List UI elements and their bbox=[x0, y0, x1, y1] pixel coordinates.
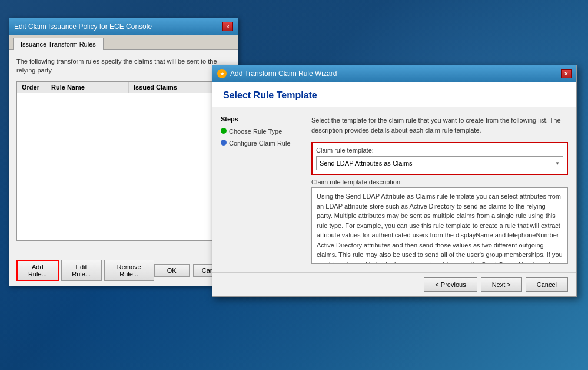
column-order: Order bbox=[17, 82, 46, 92]
step-choose-rule-type: Choose Rule Type bbox=[221, 127, 303, 136]
remove-rule-button[interactable]: Remove Rule... bbox=[104, 260, 154, 281]
dialog-content: The following transform rules specify th… bbox=[9, 50, 238, 255]
wizard-main-title: Select Rule Template bbox=[223, 90, 566, 101]
wizard-cancel-button[interactable]: Cancel bbox=[526, 278, 568, 292]
previous-button[interactable]: < Previous bbox=[424, 278, 477, 292]
wizard-close-button[interactable]: × bbox=[561, 69, 572, 78]
background-dialog: Edit Claim Issuance Policy for ECE Conso… bbox=[9, 18, 238, 286]
add-rule-button[interactable]: Add Rule... bbox=[16, 260, 59, 281]
wizard-titlebar: ★ Add Transform Claim Rule Wizard × bbox=[212, 65, 576, 82]
background-dialog-close-button[interactable]: × bbox=[222, 22, 233, 31]
rules-table: Order Rule Name Issued Claims bbox=[16, 81, 231, 241]
table-header: Order Rule Name Issued Claims bbox=[17, 82, 230, 93]
left-buttons: Add Rule... Edit Rule... Remove Rule... bbox=[16, 260, 154, 281]
intro-text-block: Select the template for the claim rule t… bbox=[311, 115, 568, 135]
tab-issuance-transform-rules[interactable]: Issuance Transform Rules bbox=[13, 38, 104, 50]
edit-rule-button[interactable]: Edit Rule... bbox=[61, 260, 102, 281]
steps-title: Steps bbox=[221, 115, 303, 123]
claim-rule-template-select-wrapper: Send LDAP Attributes as ClaimsSend Group… bbox=[316, 156, 563, 170]
dialog-description: The following transform rules specify th… bbox=[16, 57, 231, 75]
step-configure-claim-rule: Configure Claim Rule bbox=[221, 139, 303, 147]
claim-rule-template-label: Claim rule template: bbox=[316, 147, 563, 154]
wizard-icon: ★ bbox=[217, 69, 227, 78]
wizard-header: Select Rule Template bbox=[212, 82, 576, 107]
wizard-content: Steps Choose Rule Type Configure Claim R… bbox=[212, 107, 576, 272]
description-box: Claim rule template description: Using t… bbox=[311, 179, 568, 264]
wizard-footer: < Previous Next > Cancel bbox=[212, 272, 576, 296]
wizard-body: Select Rule Template Steps Choose Rule T… bbox=[212, 82, 576, 296]
step-dot-1 bbox=[221, 128, 227, 134]
next-button[interactable]: Next > bbox=[481, 278, 522, 292]
background-dialog-title: Edit Claim Issuance Policy for ECE Conso… bbox=[14, 22, 152, 31]
dialog-footer: Add Rule... Edit Rule... Remove Rule... … bbox=[9, 255, 238, 286]
wizard-title: Add Transform Claim Rule Wizard bbox=[230, 70, 337, 78]
claim-rule-template-section: Claim rule template: Send LDAP Attribute… bbox=[311, 142, 568, 175]
wizard-steps-panel: Steps Choose Rule Type Configure Claim R… bbox=[221, 115, 303, 264]
description-text: Using the Send LDAP Attribute as Claims … bbox=[311, 187, 568, 264]
wizard-right-panel: Select the template for the claim rule t… bbox=[311, 115, 568, 264]
claim-rule-template-select[interactable]: Send LDAP Attributes as ClaimsSend Group… bbox=[316, 156, 563, 170]
table-body bbox=[17, 93, 230, 240]
ok-button[interactable]: OK bbox=[154, 264, 190, 277]
step-2-label: Configure Claim Rule bbox=[229, 139, 291, 147]
description-section-label: Claim rule template description: bbox=[311, 179, 568, 186]
dialog-tabs: Issuance Transform Rules bbox=[9, 35, 238, 50]
column-rule-name: Rule Name bbox=[46, 82, 129, 92]
step-1-label: Choose Rule Type bbox=[229, 127, 282, 136]
wizard-dialog: ★ Add Transform Claim Rule Wizard × Sele… bbox=[212, 65, 577, 297]
background-dialog-titlebar: Edit Claim Issuance Policy for ECE Conso… bbox=[9, 18, 238, 35]
step-dot-2 bbox=[221, 140, 227, 146]
wizard-title-left: ★ Add Transform Claim Rule Wizard bbox=[217, 69, 337, 78]
